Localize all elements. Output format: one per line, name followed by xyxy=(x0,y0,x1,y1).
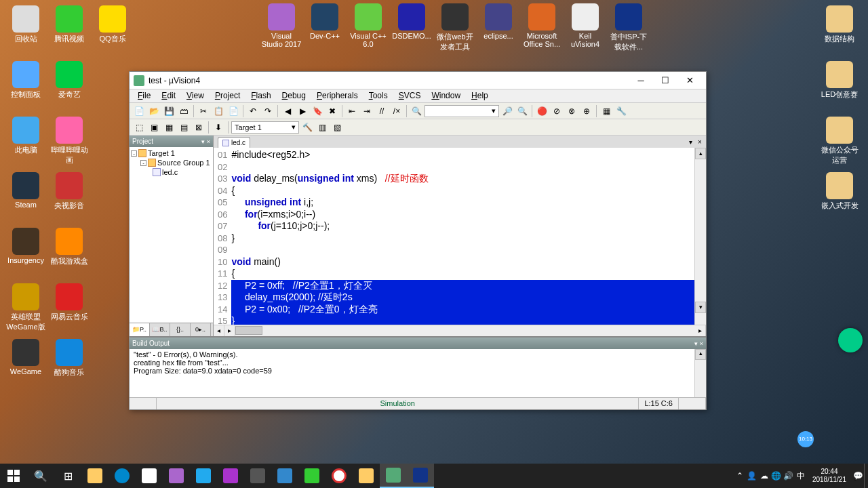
taskbar-isp-icon[interactable] xyxy=(407,464,434,488)
file-ext-icon[interactable]: ▥ xyxy=(315,121,329,134)
desktop-icon[interactable]: 微信web开发者工具 xyxy=(435,3,475,52)
scroll-right-icon[interactable]: ▸ xyxy=(695,325,706,336)
bookmark-prev-icon[interactable]: ◀ xyxy=(281,104,294,118)
indent-left-icon[interactable]: ⇤ xyxy=(345,104,359,118)
editor-vscrollbar[interactable]: ▴ ▾ xyxy=(694,148,706,325)
breakpoint2-icon[interactable]: ⊗ xyxy=(565,104,578,118)
start-button[interactable] xyxy=(0,464,27,488)
code-line[interactable]: } xyxy=(231,232,694,245)
uncomment-icon[interactable]: /× xyxy=(390,104,403,118)
menu-flash[interactable]: Flash xyxy=(245,89,276,102)
desktop-icon[interactable]: Dev-C++ xyxy=(304,3,345,40)
open-file-icon[interactable]: 📂 xyxy=(147,104,161,118)
breakpoint3-icon[interactable]: ⊕ xyxy=(580,104,593,118)
desktop-icon[interactable]: 哔哩哔哩动画 xyxy=(49,117,90,165)
tab-prev-icon[interactable]: ◂ xyxy=(214,325,224,336)
bookmark-clear-icon[interactable]: ✖ xyxy=(326,104,339,118)
desktop-icon[interactable]: Visual C++ 6.0 xyxy=(348,3,389,48)
tray-clock[interactable]: 20:442018/11/21 xyxy=(807,468,852,484)
tree-toggle[interactable]: - xyxy=(140,160,146,166)
tray-onedrive-icon[interactable]: ☁ xyxy=(758,465,770,487)
menu-file[interactable]: File xyxy=(132,89,156,102)
find-icon[interactable]: 🔍 xyxy=(410,104,423,118)
breakpoint-icon[interactable]: ⊘ xyxy=(550,104,564,118)
find-in-files-icon[interactable]: 🔎 xyxy=(500,104,514,118)
paste-icon[interactable]: 📄 xyxy=(226,104,240,118)
translate-icon[interactable]: ⬚ xyxy=(132,121,146,134)
project-tab-books[interactable]: 📖B.. xyxy=(150,323,170,336)
code-line[interactable]: P2 = 0xff; //P2全置1，灯全灭 xyxy=(231,280,694,292)
desktop-icon[interactable]: 普中ISP-下载软件... xyxy=(608,3,649,52)
build-icon[interactable]: ▣ xyxy=(147,121,161,134)
menu-tools[interactable]: Tools xyxy=(363,89,393,102)
taskbar-uvision-icon[interactable] xyxy=(380,464,407,488)
code-line[interactable]: unsigned int i,j; xyxy=(231,197,694,209)
code-line[interactable]: void main() xyxy=(231,256,694,268)
desktop-icon[interactable]: 网易云音乐 xyxy=(49,283,90,322)
code-line[interactable]: delay_ms(2000); //延时2s xyxy=(231,291,694,304)
debug-icon[interactable]: 🔴 xyxy=(535,104,549,118)
code-line[interactable]: { xyxy=(231,268,694,280)
bookmark-icon[interactable]: 🔖 xyxy=(311,104,324,118)
scroll-up-icon[interactable]: ▴ xyxy=(695,148,706,159)
taskbar-app2-icon[interactable] xyxy=(244,464,271,488)
desktop-icon[interactable]: 此电脑 xyxy=(5,117,46,155)
menu-debug[interactable]: Debug xyxy=(277,89,311,102)
tab-next-icon[interactable]: ▸ xyxy=(224,325,235,336)
desktop-icon[interactable]: 英雄联盟WeGame版 xyxy=(5,283,46,332)
tray-volume-icon[interactable]: 🔊 xyxy=(783,465,795,487)
float-assistant-icon[interactable] xyxy=(838,328,863,352)
cut-icon[interactable]: ✂ xyxy=(197,104,210,118)
bookmark-next-icon[interactable]: ▶ xyxy=(296,104,309,118)
target-options-icon[interactable]: 🔨 xyxy=(300,121,314,134)
panel-pin-icon[interactable]: ▾ xyxy=(694,340,698,347)
desktop-icon[interactable]: 微信公众号运营 xyxy=(819,117,860,165)
code-line[interactable] xyxy=(231,161,694,174)
editor-hscrollbar[interactable]: ◂ ▸ ▸ xyxy=(214,325,706,336)
taskbar-taskview-icon[interactable]: ⊞ xyxy=(54,464,81,488)
scroll-down-icon[interactable]: ▾ xyxy=(695,302,706,313)
desktop-icon[interactable]: Visual Studio 2017 xyxy=(261,3,302,48)
code-editor[interactable]: 010203040506070809101112131415 #include<… xyxy=(214,148,706,325)
menu-help[interactable]: Help xyxy=(466,89,494,102)
desktop-icon[interactable]: WeGame xyxy=(5,339,46,375)
taskbar-vs-icon[interactable] xyxy=(163,464,190,488)
taskbar-media-icon[interactable] xyxy=(298,464,326,488)
desktop-icon[interactable]: eclipse... xyxy=(478,3,519,40)
taskbar-search-icon[interactable]: 🔍 xyxy=(27,464,54,488)
taskbar-explorer-icon[interactable] xyxy=(81,464,108,488)
desktop-icon[interactable]: 酷狗音乐 xyxy=(49,339,90,378)
desktop-icon[interactable]: LED创意赛 xyxy=(819,61,860,100)
taskbar-folder-icon[interactable] xyxy=(353,464,380,488)
manage-icon[interactable]: ▧ xyxy=(330,121,344,134)
desktop-icon[interactable]: 控制面板 xyxy=(5,61,46,100)
desktop-icon[interactable]: DSDEMO... xyxy=(391,3,432,40)
target-combo[interactable]: Target 1▾ xyxy=(231,121,299,134)
build-vscrollbar[interactable]: ▴ xyxy=(694,349,706,397)
project-panel-header[interactable]: Project ▾ × xyxy=(130,136,213,147)
desktop-icon[interactable]: Steam xyxy=(5,172,46,209)
editor-tab-ledc[interactable]: led.c xyxy=(218,137,250,148)
undo-icon[interactable]: ↶ xyxy=(246,104,260,118)
desktop-icon[interactable]: QQ音乐 xyxy=(92,5,133,44)
code-line[interactable] xyxy=(231,244,694,256)
menu-svcs[interactable]: SVCS xyxy=(393,89,427,102)
taskbar-edge-icon[interactable] xyxy=(108,464,136,488)
indent-right-icon[interactable]: ⇥ xyxy=(360,104,374,118)
build-output-header[interactable]: Build Output ▾ × xyxy=(130,338,706,349)
project-tab-project[interactable]: 📁P.. xyxy=(130,323,150,336)
taskbar-chrome-icon[interactable] xyxy=(326,464,353,488)
new-file-icon[interactable]: 📄 xyxy=(132,104,146,118)
float-clock-icon[interactable]: 10:13 xyxy=(797,431,814,447)
build-output-text[interactable]: "test" - 0 Error(s), 0 Warning(s).creati… xyxy=(130,349,706,397)
desktop-icon[interactable]: 央视影音 xyxy=(49,172,90,211)
stop-build-icon[interactable]: ⊠ xyxy=(192,121,205,134)
menu-view[interactable]: View xyxy=(181,89,210,102)
desktop-icon[interactable]: 腾讯视频 xyxy=(49,5,90,44)
download-icon[interactable]: ⬇ xyxy=(212,121,225,134)
show-desktop-button[interactable] xyxy=(864,464,868,488)
code-line[interactable]: for(j=110;j>0;j--); xyxy=(231,220,694,232)
hscroll-thumb[interactable] xyxy=(235,326,262,335)
rebuild-icon[interactable]: ▦ xyxy=(162,121,176,134)
tree-target[interactable]: Target 1 xyxy=(148,149,175,157)
